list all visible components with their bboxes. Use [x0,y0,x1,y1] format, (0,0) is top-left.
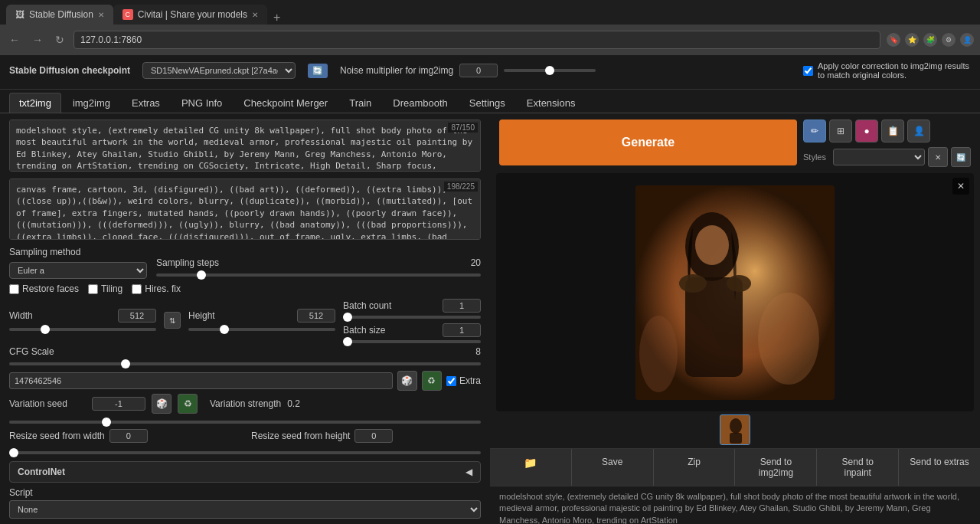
positive-prompt-textarea[interactable]: modelshoot style, (extremely detailed CG… [9,120,481,172]
noise-section: Noise multiplier for img2img [340,64,791,77]
batch-size-slider[interactable] [343,340,481,343]
extra-checkbox[interactable] [446,376,456,386]
sampling-steps-slider[interactable] [156,273,481,277]
height-slider[interactable] [188,328,335,331]
style-btn-4[interactable]: 📋 [881,120,904,142]
resize-height-input[interactable] [354,429,393,443]
main-content: 87/150 modelshoot style, (extremely deta… [0,113,980,524]
color-correction: Apply color correction to img2img result… [803,61,971,80]
thumbnails-row [490,411,980,448]
resize-width-group: Resize seed from width [9,429,239,443]
cfg-scale-value: 8 [475,346,481,357]
noise-label: Noise multiplier for img2img [340,65,453,76]
styles-select[interactable] [833,149,925,165]
svg-point-8 [639,316,678,392]
controlnet-section[interactable]: ControlNet ◀ [9,461,481,483]
zip-btn[interactable]: Zip [654,449,736,486]
send-to-extras-btn[interactable]: Send to extras [899,449,980,486]
tiling-label[interactable]: Tiling [88,283,122,294]
send-to-img2img-btn[interactable]: Send toimg2img [735,449,817,486]
resize-width-input[interactable] [109,429,148,443]
noise-input[interactable] [459,64,498,77]
seed-recycle-btn[interactable]: ♻ [422,371,442,391]
thumbnail-1[interactable] [720,414,750,445]
width-label: Width [9,310,33,321]
tab-close-1[interactable]: ✕ [98,11,104,19]
negative-prompt-counter: 198/225 [444,182,478,192]
new-tab-button[interactable]: + [267,11,286,25]
svg-point-5 [679,274,707,293]
tab-txt2img[interactable]: txt2img [9,93,61,113]
tab-close-2[interactable]: ✕ [252,11,258,19]
open-folder-btn[interactable]: 📁 [490,449,572,486]
styles-apply-btn[interactable]: 🔄 [951,147,971,167]
tab-extras[interactable]: Extras [122,93,170,113]
zip-label: Zip [688,457,701,467]
swap-dimensions-btn[interactable]: ⇅ [164,312,181,329]
sampling-method-select[interactable]: Euler a [9,262,147,279]
style-btn-3[interactable]: ● [855,120,878,142]
tab-checkpoint-merger[interactable]: Checkpoint Merger [234,93,338,113]
variation-recycle-btn[interactable]: ♻ [178,394,198,414]
checkpoint-refresh-btn[interactable]: 🔄 [308,64,328,78]
generate-button[interactable]: Generate [499,120,797,165]
ext-icon-2[interactable]: ⭐ [905,33,919,47]
image-display: ✕ [496,173,974,411]
tab-extensions[interactable]: Extensions [517,93,586,113]
ext-icon-3[interactable]: 🧩 [923,33,937,47]
variation-seed-input[interactable] [92,397,145,411]
negative-prompt-textarea[interactable]: canvas frame, cartoon, 3d, (disfigured))… [9,178,481,240]
style-btn-2[interactable]: ⊞ [829,120,852,142]
checkpoint-select[interactable]: SD15NewVAEpruned.ckpt [27a4ac756c] [142,62,296,79]
send-to-inpaint-btn[interactable]: Send toinpaint [817,449,899,486]
script-select[interactable]: None [9,500,481,519]
tab-settings[interactable]: Settings [459,93,515,113]
batch-count-input[interactable] [443,299,481,313]
width-slider[interactable] [9,328,156,331]
folder-icon: 📁 [524,457,537,469]
back-button[interactable]: ← [6,32,23,47]
hires-fix-checkbox[interactable] [132,284,142,294]
forward-button[interactable]: → [29,32,46,47]
hires-fix-label[interactable]: Hires. fix [132,283,181,294]
batch-size-input[interactable] [443,323,481,337]
variation-strength-slider[interactable] [9,421,481,424]
style-btn-1[interactable]: ✏ [803,120,826,142]
send-to-extras-label: Send to extras [910,457,969,467]
height-input[interactable] [297,309,335,323]
refresh-button[interactable]: ↻ [52,32,67,47]
variation-row: Variation seed 🎲 ♻ Variation strength 0.… [9,394,481,414]
tab-stable-diffusion[interactable]: 🖼 Stable Diffusion ✕ [6,5,113,25]
variation-strength-label: Variation strength [210,398,281,409]
style-btn-5[interactable]: 👤 [907,120,930,142]
url-input[interactable] [74,31,880,49]
ext-icon-5[interactable]: 👤 [960,33,974,47]
tab-train[interactable]: Train [339,93,381,113]
save-btn[interactable]: Save [572,449,654,486]
tab-img2img[interactable]: img2img [63,93,120,113]
seed-dice-btn[interactable]: 🎲 [397,371,417,391]
cfg-scale-slider[interactable] [9,362,481,365]
seed-input[interactable] [9,372,393,389]
tiling-checkbox[interactable] [88,284,98,294]
ext-icon-4[interactable]: ⚙ [942,33,956,47]
styles-clear-btn[interactable]: ✕ [928,147,948,167]
svg-point-7 [758,293,819,385]
tab-civitai[interactable]: C Civitai | Share your models ✕ [113,5,267,25]
color-correction-checkbox[interactable] [803,66,813,76]
ext-icon-1[interactable]: 🔖 [887,33,900,47]
restore-faces-checkbox[interactable] [9,284,19,294]
variation-dice-btn[interactable]: 🎲 [152,394,172,414]
restore-faces-label[interactable]: Restore faces [9,283,79,294]
extra-checkbox-label[interactable]: Extra [446,375,481,386]
tab-png-info[interactable]: PNG Info [172,93,232,113]
batch-count-slider[interactable] [343,316,481,319]
noise-slider[interactable] [504,69,596,72]
extra-label: Extra [459,375,481,386]
resize-slider[interactable] [9,451,481,454]
width-input[interactable] [118,309,156,323]
tab-bar: 🖼 Stable Diffusion ✕ C Civitai | Share y… [0,0,980,25]
tab-dreambooth[interactable]: Dreambooth [383,93,458,113]
close-image-btn[interactable]: ✕ [952,178,969,195]
address-bar: ← → ↻ 🔖 ⭐ 🧩 ⚙ 👤 [0,25,980,55]
